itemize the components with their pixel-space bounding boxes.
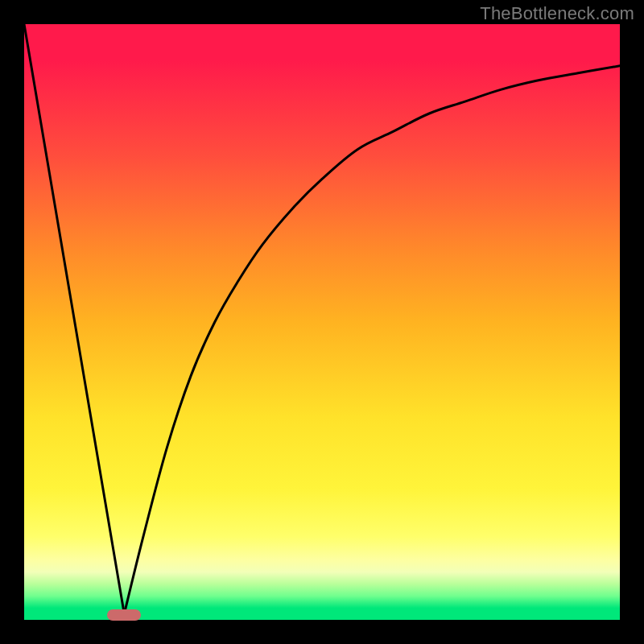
watermark-text: TheBottleneck.com	[480, 3, 634, 24]
chart-frame: TheBottleneck.com	[0, 0, 644, 644]
series-right-curve	[124, 66, 620, 614]
series-left-line	[24, 24, 124, 614]
plot-area	[24, 24, 620, 620]
curves-svg	[24, 24, 620, 620]
optimum-marker	[107, 609, 141, 621]
